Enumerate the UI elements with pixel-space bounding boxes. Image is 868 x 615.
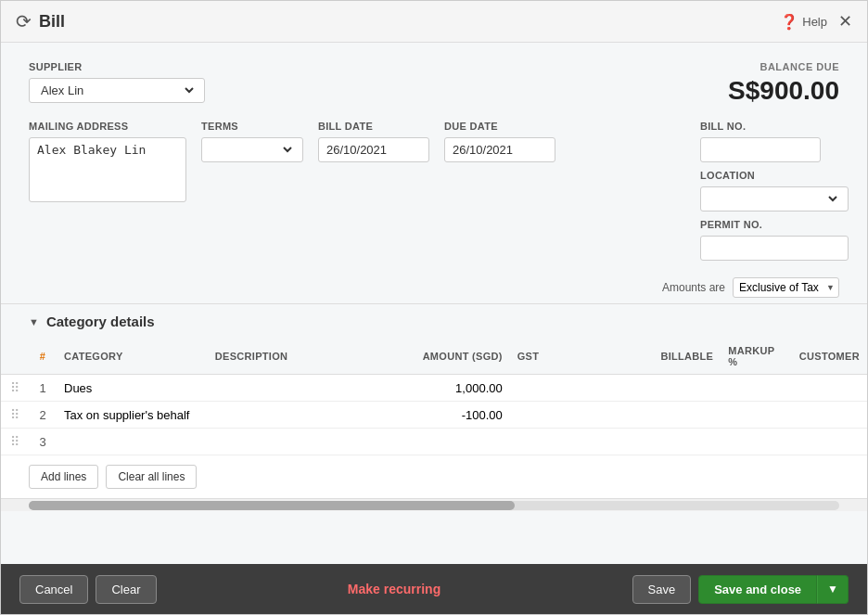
save-close-dropdown-button[interactable]: ▼ <box>817 575 849 604</box>
drag-handle-1[interactable]: ⠿ <box>1 375 29 402</box>
permit-input[interactable] <box>700 236 849 261</box>
row-markup-3[interactable] <box>721 429 792 455</box>
row-num-3: 3 <box>29 429 57 455</box>
row-gst-2[interactable] <box>510 402 654 429</box>
row-description-3[interactable] <box>208 429 362 455</box>
row-billable-3[interactable] <box>653 429 721 455</box>
permit-group: Permit no. <box>700 219 839 261</box>
horizontal-scrollbar[interactable] <box>1 498 867 511</box>
add-lines-button[interactable]: Add lines <box>29 465 98 489</box>
row-num-1: 1 <box>29 375 57 402</box>
row-category-3[interactable] <box>57 429 208 455</box>
drag-handle-3[interactable]: ⠿ <box>1 429 29 455</box>
row-billable-2[interactable] <box>653 402 721 429</box>
row-category-1[interactable] <box>57 375 208 402</box>
row-markup-2[interactable] <box>721 402 792 429</box>
gst-input-2[interactable] <box>517 408 646 422</box>
right-fields-column: Bill no. Location Permit no. <box>700 121 839 261</box>
row-amount-1[interactable] <box>362 375 510 402</box>
description-input-3[interactable] <box>215 435 354 449</box>
balance-amount: S$900.00 <box>728 76 839 106</box>
customer-col-header: CUSTOMER <box>792 339 867 375</box>
bill-no-input[interactable] <box>700 137 821 162</box>
num-col-header: # <box>29 339 57 375</box>
supplier-select[interactable]: Alex Lin <box>37 83 197 98</box>
form-section: Supplier Alex Lin BALANCE DUE S$900.00 M… <box>1 43 867 270</box>
amount-input-1[interactable] <box>369 381 503 395</box>
table-row: ⠿ 1 <box>1 375 867 402</box>
header-right: ❓ Help ✕ <box>780 13 852 31</box>
gst-input-1[interactable] <box>517 381 646 395</box>
row-description-1[interactable] <box>208 375 362 402</box>
triangle-icon: ▼ <box>29 316 39 327</box>
terms-select-wrapper[interactable] <box>201 137 303 162</box>
supplier-balance-row: Supplier Alex Lin BALANCE DUE S$900.00 <box>29 61 839 106</box>
bill-no-group: Bill no. <box>700 121 793 162</box>
row-description-2[interactable] <box>208 402 362 429</box>
drag-handle-2[interactable]: ⠿ <box>1 402 29 429</box>
save-and-close-button[interactable]: Save and close <box>698 575 817 604</box>
cancel-button[interactable]: Cancel <box>19 575 88 604</box>
row-amount-2[interactable] <box>362 402 510 429</box>
clear-all-lines-button[interactable]: Clear all lines <box>106 465 197 489</box>
row-customer-2[interactable] <box>792 402 867 429</box>
description-input-1[interactable] <box>215 381 354 395</box>
make-recurring-label[interactable]: Make recurring <box>348 582 440 596</box>
footer-center: Make recurring <box>348 582 440 596</box>
bill-date-input[interactable] <box>318 137 429 162</box>
modal-header: ⟳ Bill ❓ Help ✕ <box>1 1 867 43</box>
row-markup-1[interactable] <box>721 375 792 402</box>
mailing-address-group: Mailing address Alex Blakey Lin <box>29 121 186 202</box>
line-items-table: # CATEGORY DESCRIPTION AMOUNT (SGD) GST … <box>1 339 867 455</box>
help-circle-icon: ❓ <box>780 13 798 31</box>
row-gst-1[interactable] <box>510 375 654 402</box>
row-amount-3[interactable] <box>362 429 510 455</box>
save-close-group: Save and close ▼ <box>698 575 849 604</box>
row-customer-1[interactable] <box>792 375 867 402</box>
location-label: Location <box>700 170 839 181</box>
row-customer-3[interactable] <box>792 429 867 455</box>
terms-group: Terms <box>201 121 303 162</box>
scrollbar-thumb[interactable] <box>29 501 515 510</box>
supplier-select-wrapper[interactable]: Alex Lin <box>29 78 205 103</box>
amounts-are-label: Amounts are <box>662 281 725 294</box>
gst-col-header: GST <box>510 339 654 375</box>
row-num-2: 2 <box>29 402 57 429</box>
category-input-3[interactable] <box>64 435 200 449</box>
clear-button[interactable]: Clear <box>96 575 156 604</box>
row-billable-1[interactable] <box>653 375 721 402</box>
category-input-2[interactable] <box>64 408 200 422</box>
close-button[interactable]: ✕ <box>838 13 852 30</box>
bill-date-label: Bill date <box>318 121 429 132</box>
table-row: ⠿ 2 <box>1 402 867 429</box>
amount-input-3[interactable] <box>369 435 503 449</box>
help-button[interactable]: ❓ Help <box>780 13 827 31</box>
help-label: Help <box>802 15 827 29</box>
amount-col-header: AMOUNT (SGD) <box>362 339 510 375</box>
modal-footer: Cancel Clear Make recurring Save Save an… <box>1 564 867 614</box>
row-gst-3[interactable] <box>510 429 654 455</box>
row-category-2[interactable] <box>57 402 208 429</box>
amount-input-2[interactable] <box>369 408 503 422</box>
category-input-1[interactable] <box>64 381 200 395</box>
amounts-row: Amounts are Exclusive of Tax Inclusive o… <box>1 270 867 303</box>
supplier-label: Supplier <box>29 61 205 72</box>
billable-col-header: BILLABLE <box>653 339 721 375</box>
location-select[interactable] <box>708 191 840 207</box>
mailing-label: Mailing address <box>29 121 186 132</box>
category-header[interactable]: ▼ Category details <box>1 304 867 339</box>
mailing-address-input[interactable]: Alex Blakey Lin <box>29 137 186 202</box>
terms-label: Terms <box>201 121 303 132</box>
due-date-input[interactable] <box>444 137 555 162</box>
location-select-wrapper[interactable] <box>700 186 849 211</box>
permit-label: Permit no. <box>700 219 839 230</box>
supplier-column: Supplier Alex Lin <box>29 61 205 103</box>
amounts-select[interactable]: Exclusive of Tax Inclusive of Tax Out of… <box>733 277 839 298</box>
drag-col-header <box>1 339 29 375</box>
terms-select[interactable] <box>210 142 295 158</box>
modal-body: Supplier Alex Lin BALANCE DUE S$900.00 M… <box>1 43 867 564</box>
amounts-select-wrapper[interactable]: Exclusive of Tax Inclusive of Tax Out of… <box>733 277 839 298</box>
save-button[interactable]: Save <box>632 575 692 604</box>
location-group: Location <box>700 170 839 211</box>
description-input-2[interactable] <box>215 408 354 422</box>
